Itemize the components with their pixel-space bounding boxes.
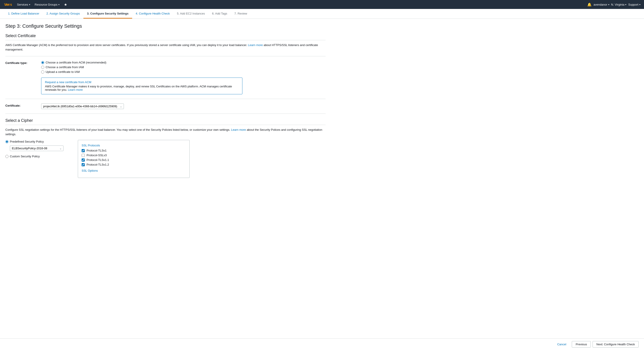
predefined-policy-select-wrapper: ELBSecurityPolicy-2016-08 <box>10 145 72 151</box>
tab-step1[interactable]: 1. Define Load Balancer <box>4 9 43 18</box>
protocol-tlsv12: Protocol-TLSv1.2 <box>82 163 186 166</box>
cert-iam-option[interactable]: Choose a certificate from IAM <box>41 65 326 69</box>
acm-info-box-link[interactable]: Request a new certificate from ACM <box>45 80 238 84</box>
tab-step2[interactable]: 2. Assign Security Groups <box>43 9 84 18</box>
certificate-row: Certificate: project4tet.tk (6951d0a1-e0… <box>5 103 326 109</box>
username-label: avendanor <box>594 3 607 6</box>
cert-acm-option[interactable]: Choose a certificate from ACM (recommend… <box>41 61 326 64</box>
cipher-layout: Predefined Security Policy ELBSecurityPo… <box>5 140 326 178</box>
main-content: Step 3: Configure Security Settings Sele… <box>0 19 331 196</box>
cert-select[interactable]: project4tet.tk (6951d0a1-e00e-4366-bb14-… <box>41 103 124 109</box>
cert-type-label: Certificate type: <box>5 61 41 65</box>
cert-upload-option[interactable]: Upload a certificate to IAM <box>41 70 326 73</box>
custom-policy-option[interactable]: Custom Security Policy <box>5 155 72 158</box>
ssl-protocols-title: SSL Protocols <box>82 144 186 147</box>
tab-step7: 7. Review <box>231 9 251 18</box>
services-menu[interactable]: Services ▾ <box>15 2 32 7</box>
protocol-sslv3-checkbox[interactable] <box>82 154 85 157</box>
cert-options-divider <box>5 99 326 99</box>
cert-type-options: Choose a certificate from ACM (recommend… <box>41 61 326 75</box>
resource-groups-label: Resource Groups <box>35 3 58 6</box>
support-label: Support <box>628 3 638 6</box>
certificate-learn-more-link[interactable]: Learn more <box>248 43 263 47</box>
resource-groups-chevron-icon: ▾ <box>58 3 60 6</box>
region-menu[interactable]: N. Virginia ▾ <box>611 3 626 6</box>
ssl-options-title: SSL Options <box>82 169 186 172</box>
protocol-tlsv1-checkbox[interactable] <box>82 149 85 152</box>
cert-label: Certificate: <box>5 103 41 107</box>
cipher-learn-more-link[interactable]: Learn more <box>231 128 246 131</box>
user-chevron-icon: ▾ <box>608 3 609 6</box>
page-title: Step 3: Configure Security Settings <box>5 23 326 29</box>
cipher-section-title: Select a Cipher <box>5 118 326 125</box>
notifications-icon[interactable]: 🔔 <box>587 2 592 7</box>
policy-select-container: ELBSecurityPolicy-2016-08 <box>10 145 64 151</box>
policy-select[interactable]: ELBSecurityPolicy-2016-08 <box>10 145 64 151</box>
protocol-sslv3: Protocol-SSLv3 <box>82 154 186 157</box>
cipher-description: Configure SSL negotiation settings for t… <box>5 128 326 136</box>
cert-iam-radio[interactable] <box>41 66 44 69</box>
protocol-tlsv1: Protocol-TLSv1 <box>82 149 186 152</box>
services-chevron-icon: ▾ <box>29 3 30 6</box>
cipher-right-panel: SSL Protocols Protocol-TLSv1 Protocol-SS… <box>78 140 190 178</box>
wizard-tabs: 1. Define Load Balancer 2. Assign Securi… <box>0 9 644 19</box>
tab-step6: 6. Add Tags <box>208 9 231 18</box>
cert-select-wrapper: project4tet.tk (6951d0a1-e00e-4366-bb14-… <box>41 103 326 109</box>
certificate-section-title: Select Certificate <box>5 33 326 40</box>
aws-logo-icon <box>4 1 12 7</box>
cert-upload-radio[interactable] <box>41 70 44 73</box>
resource-groups-menu[interactable]: Resource Groups ▾ <box>33 2 61 7</box>
nav-right: 🔔 avendanor ▾ N. Virginia ▾ Support ▾ <box>587 2 640 7</box>
top-navigation: Services ▾ Resource Groups ▾ ★ 🔔 avendan… <box>0 0 644 9</box>
cipher-top-divider <box>5 113 326 114</box>
tab-step4[interactable]: 4. Configure Health Check <box>132 9 173 18</box>
tab-step5: 5. Add EC2 Instances <box>173 9 208 18</box>
bookmarks-icon[interactable]: ★ <box>62 1 69 7</box>
region-label: N. Virginia <box>611 3 624 6</box>
protocol-tlsv12-checkbox[interactable] <box>82 163 85 166</box>
tab-step3[interactable]: 3. Configure Security Settings <box>84 9 132 18</box>
support-chevron-icon: ▾ <box>639 3 640 6</box>
ssl-policy-box: SSL Protocols Protocol-TLSv1 Protocol-SS… <box>78 140 190 178</box>
predefined-policy-radio[interactable] <box>5 140 8 143</box>
support-menu[interactable]: Support ▾ <box>628 3 640 6</box>
protocol-tlsv11-checkbox[interactable] <box>82 158 85 162</box>
cert-acm-radio[interactable] <box>41 61 44 64</box>
cert-select-container: project4tet.tk (6951d0a1-e00e-4366-bb14-… <box>41 103 124 109</box>
custom-policy-radio[interactable] <box>5 155 8 158</box>
protocol-tlsv11: Protocol-TLSv1.1 <box>82 158 186 162</box>
predefined-policy-option[interactable]: Predefined Security Policy <box>5 140 72 143</box>
cipher-left-panel: Predefined Security Policy ELBSecurityPo… <box>5 140 72 178</box>
certificate-type-row: Certificate type: Choose a certificate f… <box>5 61 326 75</box>
services-label: Services <box>17 3 28 6</box>
acm-learn-more-link[interactable]: Learn more <box>68 88 83 91</box>
certificate-description: AWS Certificate Manager (ACM) is the pre… <box>5 43 326 52</box>
acm-info-box: Request a new certificate from ACM AWS C… <box>41 77 242 94</box>
user-menu[interactable]: avendanor ▾ <box>594 3 609 6</box>
region-chevron-icon: ▾ <box>625 3 626 6</box>
acm-info-box-text: AWS Certificate Manager makes it easy to… <box>45 85 238 91</box>
